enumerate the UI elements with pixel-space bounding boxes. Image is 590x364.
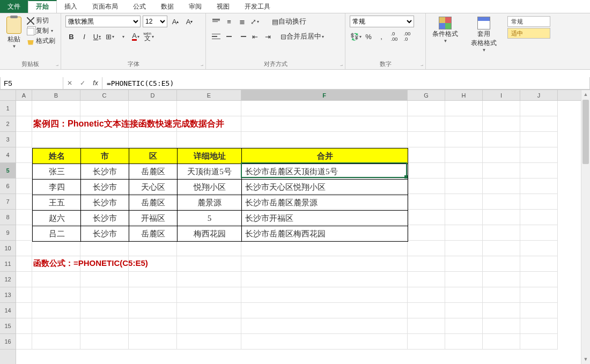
increase-font-button[interactable]: A▴: [169, 16, 181, 27]
align-center-button[interactable]: [223, 31, 235, 42]
col-header-A[interactable]: A: [16, 90, 32, 100]
increase-indent-button[interactable]: ⇥: [262, 31, 274, 42]
font-name-select[interactable]: 微软雅黑: [65, 16, 141, 27]
orientation-button[interactable]: ⤢▾: [249, 16, 261, 27]
cell-style-neutral[interactable]: 适中: [507, 28, 550, 39]
row-header-16[interactable]: 16: [0, 334, 16, 350]
row-header-15[interactable]: 15: [0, 318, 16, 334]
name-box[interactable]: [0, 77, 63, 90]
row-header-1[interactable]: 1: [0, 101, 16, 116]
paste-label: 粘贴: [8, 35, 20, 44]
column-headers: ABCDEFGHIJ: [16, 90, 590, 101]
border-button[interactable]: ⊞▾: [104, 31, 116, 42]
tab-formulas[interactable]: 公式: [126, 0, 153, 13]
wrap-text-button[interactable]: ▤ 自动换行: [269, 16, 309, 27]
format-painter-button[interactable]: 格式刷: [26, 36, 56, 46]
group-label-font: 字体: [65, 59, 201, 68]
scroll-thumb[interactable]: [582, 100, 589, 164]
table-cell: 天顶街道5号: [178, 164, 242, 180]
row-header-14[interactable]: 14: [0, 303, 16, 318]
decrease-indent-button[interactable]: ⇤: [249, 31, 261, 42]
decrease-font-button[interactable]: A▾: [183, 16, 195, 27]
brush-label: 格式刷: [36, 36, 55, 46]
comma-button[interactable]: ,: [375, 31, 387, 42]
col-header-H[interactable]: H: [445, 90, 483, 100]
row-header-2[interactable]: 2: [0, 116, 16, 132]
underline-button[interactable]: U▾: [91, 31, 103, 42]
fx-button[interactable]: fx: [89, 79, 102, 87]
col-header-E[interactable]: E: [177, 90, 241, 100]
tab-dev[interactable]: 开发工具: [237, 0, 278, 13]
col-header-I[interactable]: I: [483, 90, 520, 100]
formula-input[interactable]: [102, 77, 590, 90]
group-cell-styles: 常规 适中 .: [503, 13, 590, 69]
vertical-scrollbar[interactable]: ▲ ▼: [581, 90, 590, 364]
font-color-button[interactable]: A▾: [130, 31, 142, 42]
fill-color-button[interactable]: ▾: [117, 31, 129, 42]
scroll-up-arrow[interactable]: ▲: [581, 90, 590, 99]
row-header-9[interactable]: 9: [0, 225, 16, 241]
cut-label: 剪切: [36, 16, 49, 25]
col-header-B[interactable]: B: [32, 90, 80, 100]
percent-button[interactable]: %: [363, 31, 374, 42]
row-header-12[interactable]: 12: [0, 272, 16, 287]
conditional-format-button[interactable]: 条件格式▼: [430, 16, 460, 44]
table-header: 详细地址: [178, 148, 242, 164]
formula-bar: ✕ ✓ fx: [0, 77, 590, 90]
align-top-button[interactable]: [210, 16, 222, 27]
row-header-11[interactable]: 11: [0, 256, 16, 272]
merge-center-button[interactable]: ⊟ 合并后居中▾: [278, 31, 327, 42]
table-cell: 麓景源: [178, 195, 242, 211]
increase-decimal-button[interactable]: .0.00: [388, 31, 400, 42]
tab-home[interactable]: 开始: [28, 0, 57, 13]
cancel-formula-button[interactable]: ✕: [63, 79, 76, 87]
number-format-select[interactable]: 常规: [350, 16, 414, 27]
row-header-10[interactable]: 10: [0, 241, 16, 256]
row-header-5[interactable]: 5: [0, 163, 16, 179]
bold-button[interactable]: B: [65, 31, 77, 42]
row-header-7[interactable]: 7: [0, 194, 16, 210]
col-header-G[interactable]: G: [408, 90, 445, 100]
tab-insert[interactable]: 插入: [57, 0, 85, 13]
sheet-title: 案例四：Phonetic文本连接函数快速完成数据合并: [33, 118, 224, 130]
paste-button[interactable]: 粘贴 ▼: [4, 16, 24, 50]
accept-formula-button[interactable]: ✓: [76, 79, 89, 87]
italic-button[interactable]: I: [78, 31, 90, 42]
col-header-J[interactable]: J: [520, 90, 558, 100]
align-left-button[interactable]: [210, 31, 222, 42]
tab-file[interactable]: 文件: [0, 0, 28, 13]
table-cell: 长沙市岳麓区梅西花园: [242, 226, 408, 242]
align-right-button[interactable]: [236, 31, 248, 42]
row-header-6[interactable]: 6: [0, 179, 16, 194]
tab-view[interactable]: 视图: [209, 0, 237, 13]
row-header-13[interactable]: 13: [0, 287, 16, 303]
align-bottom-button[interactable]: ≣: [236, 16, 248, 27]
tab-review[interactable]: 审阅: [181, 0, 209, 13]
col-header-C[interactable]: C: [80, 90, 129, 100]
cells-area[interactable]: 案例四：Phonetic文本连接函数快速完成数据合并 姓名市区详细地址合并 张三…: [16, 101, 590, 350]
cell-style-normal[interactable]: 常规: [507, 16, 550, 27]
col-header-F[interactable]: F: [241, 90, 408, 100]
table-cell: 长沙市: [81, 180, 129, 195]
copy-button[interactable]: 复制▾: [26, 26, 56, 36]
col-header-D[interactable]: D: [129, 90, 177, 100]
row-header-3[interactable]: 3: [0, 132, 16, 147]
tab-layout[interactable]: 页面布局: [85, 0, 126, 13]
group-label-number: 数字: [350, 59, 421, 68]
select-all-corner[interactable]: [0, 90, 16, 101]
scroll-down-arrow[interactable]: ▼: [581, 355, 590, 364]
paste-icon: [6, 17, 21, 34]
table-style-button[interactable]: 套用 表格格式▼: [469, 16, 499, 54]
cut-button[interactable]: 剪切: [26, 16, 56, 26]
phonetic-guide-button[interactable]: wén文▾: [143, 31, 154, 42]
row-header-4[interactable]: 4: [0, 147, 16, 163]
row-header-8[interactable]: 8: [0, 210, 16, 225]
table-header: 合并: [242, 148, 408, 164]
table-cell: 长沙市: [81, 195, 129, 211]
currency-button[interactable]: 💱▾: [350, 31, 362, 42]
tab-data[interactable]: 数据: [153, 0, 181, 13]
font-size-select[interactable]: 12: [143, 16, 167, 27]
decrease-decimal-button[interactable]: .00.0: [401, 31, 413, 42]
align-middle-button[interactable]: ≡: [223, 16, 235, 27]
table-cell: 长沙市开福区: [242, 211, 408, 226]
